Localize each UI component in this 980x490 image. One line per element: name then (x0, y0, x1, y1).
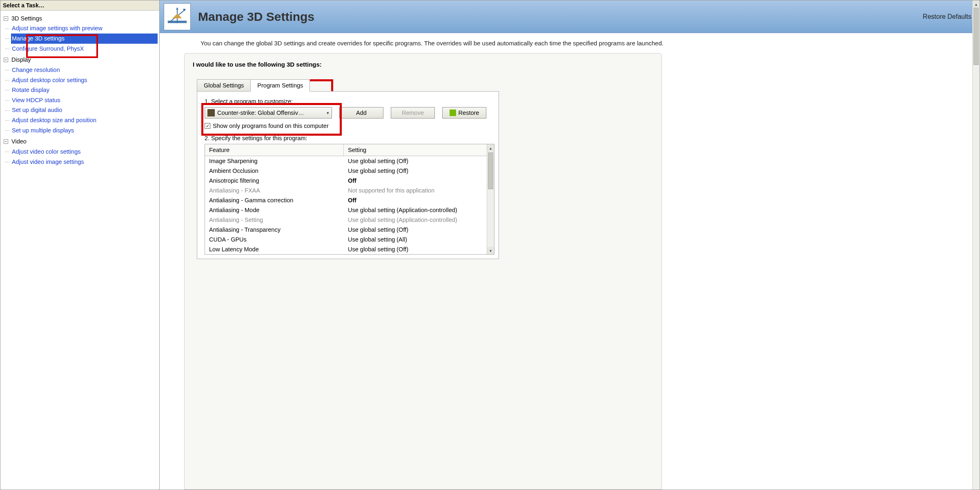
svg-marker-3 (176, 7, 178, 9)
table-row[interactable]: Low Latency ModeUse global setting (Off) (205, 244, 494, 254)
tree-toggle[interactable]: − (4, 58, 8, 62)
tabs-row: Global Settings Program Settings (197, 79, 653, 91)
sidebar-item-desktop-size[interactable]: Adjust desktop size and position (11, 115, 158, 125)
page-icon (164, 3, 191, 30)
setting-cell: Use global setting (Off) (344, 225, 494, 235)
setting-cell: Not supported for this application (344, 186, 494, 195)
add-button[interactable]: Add (339, 107, 383, 119)
page-title: Manage 3D Settings (198, 10, 314, 24)
sidebar-item-desktop-color[interactable]: Adjust desktop color settings (11, 75, 158, 85)
setting-cell: Off (344, 195, 494, 205)
tab-global-settings[interactable]: Global Settings (197, 79, 251, 91)
feature-cell: Antialiasing - FXAA (205, 186, 344, 195)
sidebar-item-video-color[interactable]: Adjust video color settings (11, 147, 158, 157)
setting-cell: Use global setting (Application-controll… (344, 215, 494, 225)
feature-cell: Antialiasing - Transparency (205, 225, 344, 235)
remove-button[interactable]: Remove (391, 107, 435, 119)
restore-button[interactable]: Restore (442, 107, 486, 119)
sidebar-item-manage-3d[interactable]: Manage 3D settings (11, 34, 158, 44)
table-row[interactable]: Anisotropic filteringOff (205, 176, 494, 186)
table-row[interactable]: Antialiasing - ModeUse global setting (A… (205, 205, 494, 215)
sidebar-item-surround-physx[interactable]: Configure Surround, PhysX (11, 44, 158, 54)
sidebar-header: Select a Task… (0, 0, 159, 11)
header-band: Manage 3D Settings Restore Defaults (160, 0, 980, 33)
nvidia-icon (450, 110, 456, 116)
scroll-down-icon[interactable]: ▾ (487, 247, 494, 254)
setting-cell: Off (344, 176, 494, 186)
show-only-checkbox[interactable]: ✓ (205, 123, 210, 129)
setting-cell: Use global setting (Off) (344, 156, 494, 166)
tree-toggle[interactable]: − (4, 139, 8, 144)
column-setting[interactable]: Setting (344, 144, 494, 156)
sidebar-item-video-image[interactable]: Adjust video image settings (11, 157, 158, 167)
step2-label: 2. Specify the settings for this program… (205, 135, 491, 141)
tree-toggle[interactable]: − (4, 16, 8, 21)
feature-cell: Low Latency Mode (205, 244, 344, 254)
program-select[interactable]: Counter-strike: Global Offensiv… ▾ (205, 107, 332, 119)
sidebar-item-adjust-image-preview[interactable]: Adjust image settings with preview (11, 23, 158, 34)
feature-cell: Anisotropic filtering (205, 176, 344, 186)
table-row[interactable]: Ambient OcclusionUse global setting (Off… (205, 166, 494, 176)
scroll-thumb[interactable] (973, 8, 979, 65)
feature-cell: CUDA - GPUs (205, 235, 344, 244)
table-row[interactable]: Image SharpeningUse global setting (Off) (205, 156, 494, 166)
scroll-up-icon[interactable]: ▴ (973, 0, 980, 8)
column-feature[interactable]: Feature (205, 144, 344, 156)
main-panel: Manage 3D Settings Restore Defaults You … (160, 0, 980, 490)
table-row[interactable]: Antialiasing - TransparencyUse global se… (205, 225, 494, 235)
table-row[interactable]: CUDA - GPUsUse global setting (All) (205, 235, 494, 244)
table-scrollbar[interactable]: ▴ ▾ (487, 144, 494, 254)
table-row[interactable]: Antialiasing - Gamma correctionOff (205, 195, 494, 205)
feature-cell: Antialiasing - Gamma correction (205, 195, 344, 205)
program-icon (207, 109, 215, 116)
sidebar: Select a Task… − 3D Settings Adjust imag… (0, 0, 160, 490)
program-select-value: Counter-strike: Global Offensiv… (217, 110, 304, 116)
task-tree: − 3D Settings Adjust image settings with… (0, 11, 159, 169)
scroll-thumb[interactable] (488, 152, 493, 189)
tree-group-display: Display (11, 56, 31, 63)
setting-cell: Use global setting (All) (344, 235, 494, 244)
restore-button-label: Restore (459, 110, 479, 116)
feature-cell: Image Sharpening (205, 156, 344, 166)
table-row[interactable]: Antialiasing - SettingUse global setting… (205, 215, 494, 225)
sidebar-item-multiple-displays[interactable]: Set up multiple displays (11, 125, 158, 136)
tree-group-video: Video (11, 138, 27, 145)
feature-cell: Antialiasing - Setting (205, 215, 344, 225)
tree-group-3d: 3D Settings (11, 15, 42, 22)
show-only-label: Show only programs found on this compute… (213, 123, 329, 129)
page-description: You can change the global 3D settings an… (160, 33, 813, 51)
feature-cell: Antialiasing - Mode (205, 205, 344, 215)
setting-cell: Use global setting (Application-controll… (344, 205, 494, 215)
sidebar-item-rotate-display[interactable]: Rotate display (11, 85, 158, 95)
scroll-up-icon[interactable]: ▴ (487, 144, 494, 152)
tab-program-settings[interactable]: Program Settings (250, 79, 310, 92)
table-row[interactable]: Antialiasing - FXAANot supported for thi… (205, 186, 494, 195)
chevron-down-icon: ▾ (327, 110, 329, 116)
feature-cell: Ambient Occlusion (205, 166, 344, 176)
sidebar-item-change-resolution[interactable]: Change resolution (11, 65, 158, 75)
settings-panel: I would like to use the following 3D set… (184, 53, 662, 490)
main-scrollbar[interactable]: ▴ (972, 0, 980, 490)
setting-cell: Use global setting (Off) (344, 244, 494, 254)
settings-table: Feature Setting Image SharpeningUse glob… (205, 144, 494, 255)
sidebar-item-digital-audio[interactable]: Set up digital audio (11, 105, 158, 115)
tab-body: 1. Select a program to customize: Counte… (197, 91, 499, 259)
setting-cell: Use global setting (Off) (344, 166, 494, 176)
panel-heading: I would like to use the following 3D set… (193, 61, 653, 68)
sidebar-item-hdcp-status[interactable]: View HDCP status (11, 95, 158, 105)
restore-defaults-link[interactable]: Restore Defaults (923, 13, 971, 20)
step1-label: 1. Select a program to customize: (205, 98, 491, 105)
